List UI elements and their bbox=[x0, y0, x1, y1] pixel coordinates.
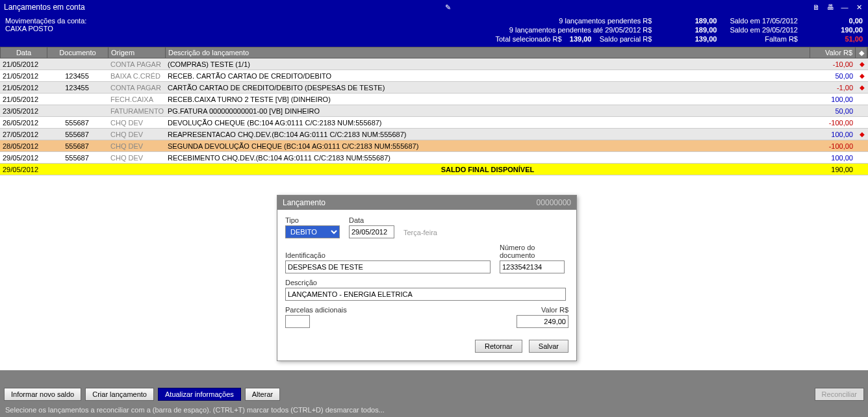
summary-label: Saldo em 17/05/2012 bbox=[730, 17, 798, 25]
cell-marker[interactable] bbox=[856, 94, 868, 105]
cell-descricao: RECEBIMENTO CHQ.DEV.(BC:104 AG:0111 C/C:… bbox=[165, 152, 811, 163]
cell-descricao: REAPRESENTACAO CHQ.DEV.(BC:104 AG:0111 C… bbox=[165, 129, 811, 140]
cell-data: 26/05/2012 bbox=[0, 117, 47, 128]
table-row[interactable]: 21/05/2012 123455 BAIXA C.CRÉD RECEB. CA… bbox=[0, 70, 868, 82]
cell-valor: 50,00 bbox=[811, 105, 856, 116]
summary-panel: Movimentações da conta: CAIXA POSTO 9 la… bbox=[0, 14, 868, 47]
tipo-select[interactable]: DEBITO bbox=[285, 225, 340, 238]
summary-label: Total selecionado R$ 139,00 Saldo parcia… bbox=[495, 35, 652, 43]
table-row[interactable]: 26/05/2012 555687 CHQ DEV DEVOLUÇÃO CHEQ… bbox=[0, 117, 868, 129]
table-row[interactable]: 23/05/2012 FATURAMENTO PG.FATURA 0000000… bbox=[0, 105, 868, 117]
criar-lancamento-button[interactable]: Criar lançamento bbox=[85, 388, 154, 401]
retornar-button[interactable]: Retornar bbox=[475, 340, 522, 353]
desc-input[interactable] bbox=[285, 288, 566, 301]
dialog-docnum: 00000000 bbox=[537, 198, 571, 207]
cell-valor: 100,00 bbox=[811, 152, 856, 163]
summary-value: 139,00 bbox=[665, 35, 717, 43]
table-row[interactable]: 29/05/2012 555687 CHQ DEV RECEBIMENTO CH… bbox=[0, 152, 868, 164]
label-tipo: Tipo bbox=[285, 216, 340, 224]
atualizar-button[interactable]: Atualizar informações bbox=[158, 388, 241, 401]
col-header-descricao[interactable]: Descrição do lançamento bbox=[166, 47, 810, 58]
status-bar: Selecione os lançamentos a reconciliar c… bbox=[0, 403, 868, 417]
col-header-valor[interactable]: Valor R$ bbox=[810, 47, 856, 58]
cell-descricao: CARTÃO CARTAO DE CREDITO/DEBITO (DESPESA… bbox=[165, 82, 811, 93]
reconciliar-button[interactable]: Reconciliar bbox=[815, 388, 864, 401]
summary-value: 189,00 bbox=[665, 17, 717, 25]
col-header-data[interactable]: Data bbox=[1, 47, 47, 58]
cell-origem: BAIXA C.CRÉD bbox=[108, 70, 165, 81]
lancamento-dialog: Lançamento 00000000 Tipo DEBITO Data Ter… bbox=[277, 195, 577, 361]
cell-documento: 555687 bbox=[47, 129, 108, 140]
dialog-header[interactable]: Lançamento 00000000 bbox=[277, 196, 576, 210]
dialog-title: Lançamento bbox=[283, 198, 326, 207]
label-numdoc: Número do documento bbox=[500, 244, 568, 259]
cell-marker[interactable] bbox=[856, 117, 868, 128]
cell-documento: 555687 bbox=[47, 117, 108, 128]
cell-data: 21/05/2012 bbox=[0, 82, 47, 93]
cell-origem: CHQ DEV bbox=[108, 129, 165, 140]
cell-valor: 100,00 bbox=[811, 94, 856, 105]
valor-input[interactable] bbox=[517, 315, 568, 328]
label-parc: Parcelas adicionais bbox=[285, 306, 347, 314]
summary-label: Saldo em 29/05/2012 bbox=[730, 26, 798, 34]
account-name: CAIXA POSTO bbox=[5, 25, 187, 32]
data-input[interactable] bbox=[349, 225, 394, 238]
cell-origem: CONTA PAGAR bbox=[108, 82, 165, 93]
cell-documento: 123455 bbox=[47, 82, 108, 93]
table-row-final[interactable]: 29/05/2012 SALDO FINAL DISPONÍVEL 190,00 bbox=[0, 164, 868, 175]
table-header: Data Documento Origem Descrição do lança… bbox=[0, 47, 868, 58]
minimize-icon[interactable]: — bbox=[839, 2, 850, 12]
cell-descricao: SEGUNDA DEVOLUÇÃO CHEQUE (BC:104 AG:0111… bbox=[165, 140, 811, 151]
cell-valor: 190,00 bbox=[811, 164, 856, 175]
summary-value: 189,00 bbox=[665, 26, 717, 34]
table-row[interactable]: 21/05/2012 123455 CONTA PAGAR CARTÃO CAR… bbox=[0, 82, 868, 94]
window-titlebar: Lançamentos em conta ✎ 🗎 🖶 — ✕ bbox=[0, 0, 868, 14]
cell-documento bbox=[47, 105, 108, 116]
status-text: Selecione os lançamentos a reconciliar c… bbox=[5, 406, 385, 414]
page-icon[interactable]: 🗎 bbox=[811, 2, 821, 12]
cell-documento bbox=[47, 94, 108, 105]
novo-saldo-button[interactable]: Informar novo saldo bbox=[4, 388, 81, 401]
print-icon[interactable]: 🖶 bbox=[825, 2, 836, 12]
cell-origem: FECH.CAIXA bbox=[108, 94, 165, 105]
cell-data: 29/05/2012 bbox=[0, 152, 47, 163]
col-header-marker[interactable]: ◆ bbox=[856, 47, 867, 58]
summary-value: 190,00 bbox=[811, 26, 863, 34]
cell-valor: 50,00 bbox=[811, 70, 856, 81]
col-header-documento[interactable]: Documento bbox=[47, 47, 108, 58]
cell-marker[interactable] bbox=[856, 140, 868, 151]
cell-marker[interactable]: ◆ bbox=[856, 82, 868, 93]
label-ident: Identificação bbox=[285, 251, 491, 259]
cell-valor: 100,00 bbox=[811, 129, 856, 140]
ident-input[interactable] bbox=[285, 260, 491, 273]
cell-documento: 555687 bbox=[47, 140, 108, 151]
cell-descricao: SALDO FINAL DISPONÍVEL bbox=[165, 164, 811, 175]
cell-origem: CHQ DEV bbox=[108, 140, 165, 151]
cell-data: 21/05/2012 bbox=[0, 94, 47, 105]
close-icon[interactable]: ✕ bbox=[854, 2, 864, 12]
bottom-toolbar: Informar novo saldo Criar lançamento Atu… bbox=[0, 386, 868, 403]
numdoc-input[interactable] bbox=[500, 260, 565, 273]
edit-icon[interactable]: ✎ bbox=[442, 2, 453, 12]
cell-marker[interactable]: ◆ bbox=[856, 70, 868, 81]
cell-marker[interactable]: ◆ bbox=[856, 129, 868, 140]
summary-value: 51,00 bbox=[811, 35, 863, 43]
cell-marker[interactable] bbox=[856, 105, 868, 116]
table-row[interactable]: 27/05/2012 555687 CHQ DEV REAPRESENTACAO… bbox=[0, 129, 868, 140]
col-header-origem[interactable]: Origem bbox=[108, 47, 166, 58]
cell-data: 21/05/2012 bbox=[0, 70, 47, 81]
parc-input[interactable] bbox=[285, 315, 310, 328]
movements-label: Movimentações da conta: bbox=[5, 17, 187, 25]
cell-data: 29/05/2012 bbox=[0, 164, 47, 175]
cell-valor: -1,00 bbox=[811, 82, 856, 93]
cell-marker[interactable] bbox=[856, 152, 868, 163]
cell-documento: 555687 bbox=[47, 152, 108, 163]
alterar-button[interactable]: Alterar bbox=[245, 388, 280, 401]
table-row[interactable]: 21/05/2012 CONTA PAGAR (COMPRAS) TESTE (… bbox=[0, 58, 868, 70]
label-valor: Valor R$ bbox=[541, 306, 568, 314]
table-row[interactable]: 28/05/2012 555687 CHQ DEV SEGUNDA DEVOLU… bbox=[0, 140, 868, 152]
table-row[interactable]: 21/05/2012 FECH.CAIXA RECEB.CAIXA TURNO … bbox=[0, 94, 868, 105]
cell-marker[interactable]: ◆ bbox=[856, 58, 868, 70]
cell-valor: -10,00 bbox=[811, 58, 856, 70]
salvar-button[interactable]: Salvar bbox=[529, 340, 568, 353]
